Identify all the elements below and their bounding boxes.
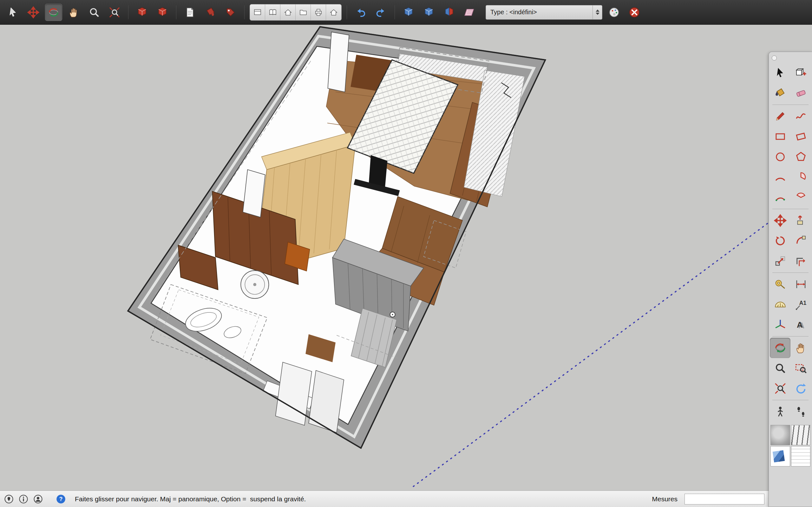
type-dropdown[interactable]: Type : <indéfini>: [486, 5, 602, 20]
zoomwin-tool[interactable]: [791, 358, 811, 378]
view-button-3[interactable]: [281, 4, 296, 20]
info-button[interactable]: [18, 494, 29, 504]
followme-tool[interactable]: [791, 231, 811, 251]
undo-icon: [354, 6, 367, 19]
zoom-tool[interactable]: [86, 4, 103, 21]
protractor-tool[interactable]: [770, 294, 791, 315]
model-tool-3[interactable]: [441, 4, 458, 21]
view-button-1[interactable]: [250, 4, 265, 20]
type-dropdown-value: Type : <indéfini>: [490, 9, 593, 16]
prev-tool[interactable]: [791, 378, 811, 399]
arc-tool[interactable]: [770, 167, 791, 187]
arc2-icon: [774, 191, 787, 204]
plan-sheet-tool[interactable]: [182, 4, 199, 21]
pie-tool[interactable]: [791, 167, 811, 187]
zoom-tool[interactable]: [770, 358, 791, 378]
geolocation-button[interactable]: [4, 494, 14, 504]
noentry-icon: [628, 6, 641, 19]
thumbnail-partial-1[interactable]: [770, 446, 790, 466]
top-toolbar: Type : <indéfini>: [0, 0, 812, 25]
followme-icon: [794, 234, 808, 247]
viewport[interactable]: [0, 25, 812, 491]
component-tool-1[interactable]: [134, 4, 151, 21]
rotate-tool[interactable]: [770, 231, 791, 251]
tag-tool[interactable]: [222, 4, 239, 21]
model-tool-1[interactable]: [400, 4, 417, 21]
home-icon: [283, 8, 293, 17]
view-button-5[interactable]: [311, 4, 326, 20]
orbit-icon: [774, 341, 787, 354]
rect-tool[interactable]: [770, 126, 791, 147]
help-button[interactable]: ?: [56, 494, 66, 504]
paint-icon: [774, 87, 787, 100]
select-tool[interactable]: [770, 63, 791, 83]
pan-tool[interactable]: [65, 4, 83, 21]
styles-tool[interactable]: [606, 4, 623, 21]
dimension-icon: [794, 278, 808, 291]
standard-views-group: [250, 4, 342, 20]
line-tool[interactable]: [770, 106, 791, 126]
circle-tool[interactable]: [770, 147, 791, 167]
view-button-6[interactable]: [326, 4, 341, 20]
move-tool[interactable]: [770, 210, 791, 231]
palette-separator: [772, 273, 809, 273]
select-tool[interactable]: [4, 4, 21, 21]
hand-icon: [67, 6, 80, 19]
walk-tool[interactable]: [791, 401, 811, 422]
folder-icon: [299, 8, 308, 17]
component-tool[interactable]: [791, 63, 811, 83]
palette-separator: [772, 105, 809, 105]
orbit-tool[interactable]: [45, 4, 62, 21]
view-button-2[interactable]: [265, 4, 281, 20]
materials-thumbnail[interactable]: [770, 425, 790, 445]
zoom-extents-tool[interactable]: [106, 4, 123, 21]
move-tool[interactable]: [25, 4, 42, 21]
camera-icon: [774, 405, 787, 418]
text3d-tool[interactable]: AA: [791, 315, 811, 335]
view-button-4[interactable]: [296, 4, 311, 20]
user-button[interactable]: [33, 494, 43, 504]
dimension-tool[interactable]: [791, 274, 811, 294]
model-3d-view[interactable]: [0, 25, 812, 491]
pie2-tool[interactable]: [791, 187, 811, 208]
eraser-tool[interactable]: [791, 83, 811, 103]
zoomext-icon: [108, 6, 121, 19]
chevron-down-icon: [593, 5, 602, 19]
component-thumbnail[interactable]: [791, 425, 811, 445]
hand-icon: [794, 341, 808, 354]
zoomwin-icon: [794, 361, 808, 375]
section-plane-tool[interactable]: [461, 4, 478, 21]
redbluecube-icon: [443, 6, 455, 19]
paint-tool[interactable]: [770, 83, 791, 103]
orbit-tool[interactable]: [770, 338, 791, 358]
palette-close-button[interactable]: [772, 55, 777, 60]
offset-tool[interactable]: [791, 251, 811, 271]
palette-header: [770, 53, 811, 63]
hand-tool[interactable]: [791, 338, 811, 358]
model-tool-2[interactable]: [420, 4, 438, 21]
palette-thumbnails: [770, 425, 811, 466]
tape-tool[interactable]: [770, 274, 791, 294]
camera-tool[interactable]: [770, 401, 791, 422]
disable-tool[interactable]: [626, 4, 643, 21]
home-icon: [329, 8, 339, 17]
freehand-tool[interactable]: [791, 106, 811, 126]
zoomext-tool[interactable]: [770, 378, 791, 399]
undo-button[interactable]: [352, 4, 369, 21]
redtag-icon: [224, 6, 237, 19]
axes-icon: [774, 318, 787, 331]
pinkplane-icon: [463, 6, 476, 19]
pushpull-tool[interactable]: [791, 210, 811, 231]
paint-red-tool[interactable]: [202, 4, 219, 21]
rrect-tool[interactable]: [791, 126, 811, 147]
redo-button[interactable]: [372, 4, 390, 21]
component-tool-2[interactable]: [154, 4, 171, 21]
scale-tool[interactable]: [770, 251, 791, 271]
measures-input[interactable]: [684, 494, 764, 504]
arc2-tool[interactable]: [770, 187, 791, 208]
walk-icon: [794, 405, 808, 418]
axes-tool[interactable]: [770, 315, 791, 335]
thumbnail-partial-2[interactable]: [791, 446, 811, 466]
text-tool[interactable]: A1: [791, 294, 811, 315]
polygon-tool[interactable]: [791, 147, 811, 167]
